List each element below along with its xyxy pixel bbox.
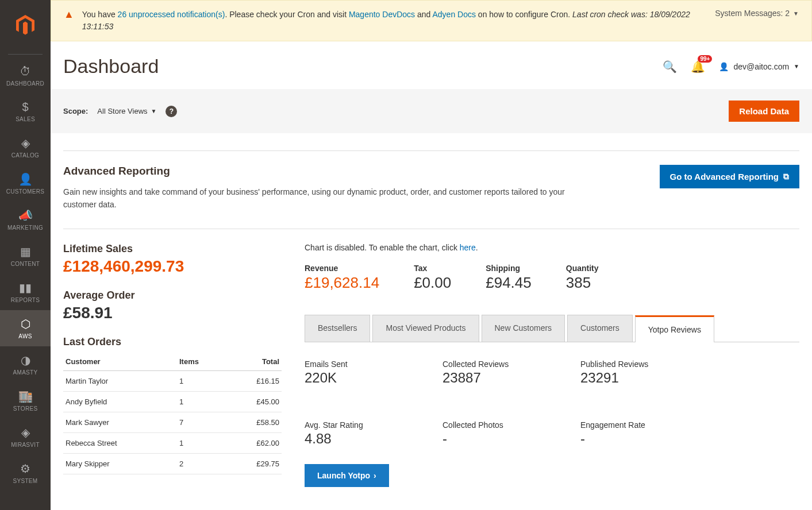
system-messages-toggle[interactable]: System Messages: 2 ▼ — [715, 9, 799, 18]
warning-icon: ▲ — [64, 9, 74, 21]
nav-stores[interactable]: 🏬STORES — [0, 382, 51, 419]
help-icon[interactable]: ? — [166, 106, 177, 117]
magento-logo-icon[interactable] — [11, 11, 39, 39]
cube-icon: ◈ — [21, 136, 30, 150]
main-content: ▲ You have 26 unprocessed notification(s… — [51, 0, 812, 510]
tab-most-viewed[interactable]: Most Viewed Products — [372, 315, 479, 342]
diamond-icon: ◈ — [21, 426, 30, 439]
person-icon: 👤 — [18, 172, 33, 186]
user-email: dev@aitoc.com — [733, 62, 789, 71]
table-row[interactable]: Andy Byfield1£45.00 — [63, 391, 282, 412]
enable-chart-link[interactable]: here — [460, 243, 476, 252]
nav-aws[interactable]: ⬡AWS — [0, 310, 51, 346]
metric-collected-reviews: Collected Reviews23887 — [442, 360, 534, 386]
chart-disabled-message: Chart is disabled. To enable the chart, … — [305, 243, 799, 252]
advanced-reporting-desc: Gain new insights and take command of yo… — [63, 186, 592, 211]
user-icon: 👤 — [719, 62, 729, 71]
advanced-reporting-section: Advanced Reporting Gain new insights and… — [63, 165, 799, 211]
scope-select[interactable]: All Store Views ▼ — [97, 107, 156, 115]
nav-reports[interactable]: ▮▮REPORTS — [0, 274, 51, 310]
notifications-icon[interactable]: 🔔99+ — [691, 60, 705, 74]
nav-dashboard[interactable]: ⏱DASHBOARD — [0, 58, 51, 94]
hexagon-icon: ⬡ — [21, 317, 30, 331]
metric-engagement-rate: Engagement Rate- — [580, 420, 672, 447]
last-orders-block: Last Orders Customer Items Total Martin … — [63, 336, 282, 474]
page-title: Dashboard — [63, 55, 159, 78]
table-row[interactable]: Martin Taylor1£16.15 — [63, 370, 282, 391]
adyen-docs-link[interactable]: Adyen Docs — [432, 10, 475, 19]
search-icon[interactable]: 🔍 — [663, 60, 677, 74]
external-link-icon: ⧉ — [783, 172, 789, 181]
metric-emails-sent: Emails Sent220K — [305, 360, 397, 386]
admin-sidebar: ⏱DASHBOARD $SALES ◈CATALOG 👤CUSTOMERS 📣M… — [0, 0, 51, 510]
user-menu[interactable]: 👤 dev@aitoc.com ▼ — [719, 62, 799, 71]
header-actions: 🔍 🔔99+ 👤 dev@aitoc.com ▼ — [663, 60, 799, 74]
nav-customers[interactable]: 👤CUSTOMERS — [0, 165, 51, 202]
kpi-row: Revenue£19,628.14 Tax£0.00 Shipping£94.4… — [305, 264, 799, 292]
amasty-icon: ◑ — [21, 353, 30, 367]
scope-bar: Scope: All Store Views ▼ ? Reload Data — [51, 89, 812, 133]
go-to-advanced-reporting-button[interactable]: Go to Advanced Reporting ⧉ — [660, 165, 799, 188]
nav-marketing[interactable]: 📣MARKETING — [0, 202, 51, 238]
kpi-quantity: Quantity385 — [566, 264, 599, 292]
nav-catalog[interactable]: ◈CATALOG — [0, 129, 51, 165]
chevron-down-icon: ▼ — [793, 10, 799, 17]
yotpo-metrics: Emails Sent220K Collected Reviews23887 P… — [305, 360, 799, 447]
nav-sales[interactable]: $SALES — [0, 94, 51, 129]
nav-mirasvit[interactable]: ◈MIRASVIT — [0, 419, 51, 455]
metric-published-reviews: Published Reviews23291 — [580, 360, 672, 386]
kpi-tax: Tax£0.00 — [414, 264, 451, 292]
tab-new-customers[interactable]: New Customers — [482, 315, 565, 342]
average-order-block: Average Order £58.91 — [63, 289, 282, 322]
kpi-revenue: Revenue£19,628.14 — [305, 264, 379, 292]
chevron-down-icon: ▼ — [151, 108, 157, 114]
lifetime-sales-block: Lifetime Sales £128,460,299.73 — [63, 243, 282, 276]
gear-icon: ⚙ — [20, 462, 30, 476]
launch-yotpo-button[interactable]: Launch Yotpo › — [305, 464, 389, 487]
nav-system[interactable]: ⚙SYSTEM — [0, 455, 51, 491]
chevron-right-icon: › — [374, 471, 376, 480]
tab-yotpo-reviews[interactable]: Yotpo Reviews — [635, 315, 714, 342]
tab-bestsellers[interactable]: Bestsellers — [305, 315, 370, 342]
bar-chart-icon: ▮▮ — [19, 281, 32, 295]
megaphone-icon: 📣 — [18, 208, 33, 222]
system-message-text: You have 26 unprocessed notification(s).… — [82, 9, 707, 33]
lifetime-sales-value: £128,460,299.73 — [63, 257, 282, 276]
table-row[interactable]: Mary Skipper2£29.75 — [63, 453, 282, 474]
table-row[interactable]: Mark Sawyer7£58.50 — [63, 412, 282, 432]
system-message-bar: ▲ You have 26 unprocessed notification(s… — [51, 0, 812, 41]
gauge-icon: ⏱ — [20, 65, 31, 78]
notification-badge: 99+ — [698, 55, 712, 63]
storefront-icon: 🏬 — [18, 389, 33, 403]
chevron-down-icon: ▼ — [794, 63, 799, 69]
reload-data-button[interactable]: Reload Data — [729, 101, 799, 122]
advanced-reporting-title: Advanced Reporting — [63, 165, 592, 177]
magento-devdocs-link[interactable]: Magento DevDocs — [349, 10, 415, 19]
table-row[interactable]: Rebecca Street1£62.00 — [63, 432, 282, 453]
tab-customers[interactable]: Customers — [567, 315, 633, 342]
nav-amasty[interactable]: ◑AMASTY — [0, 346, 51, 382]
last-orders-table: Customer Items Total Martin Taylor1£16.1… — [63, 353, 282, 474]
scope-label: Scope: — [63, 107, 88, 115]
page-header: Dashboard 🔍 🔔99+ 👤 dev@aitoc.com ▼ — [51, 41, 812, 83]
nav-content[interactable]: ▦CONTENT — [0, 238, 51, 274]
kpi-shipping: Shipping£94.45 — [486, 264, 532, 292]
metric-collected-photos: Collected Photos- — [442, 420, 534, 447]
dashboard-tabs: Bestsellers Most Viewed Products New Cus… — [305, 315, 799, 342]
average-order-value: £58.91 — [63, 304, 282, 322]
unprocessed-link[interactable]: 26 unprocessed notification(s) — [118, 10, 225, 19]
layout-icon: ▦ — [20, 245, 31, 258]
metric-avg-rating: Avg. Star Rating4.88 — [305, 420, 397, 447]
dollar-icon: $ — [22, 101, 28, 114]
